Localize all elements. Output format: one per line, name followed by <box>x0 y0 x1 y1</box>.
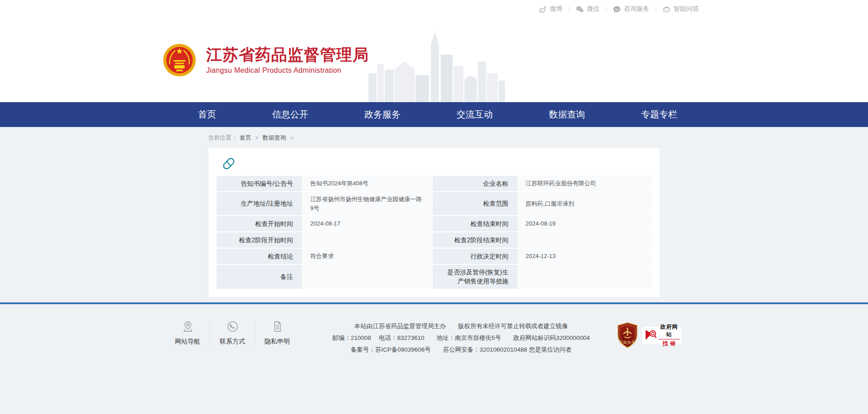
breadcrumb-home-link[interactable]: 首页 <box>240 134 251 141</box>
party-gov-badge-label: 党政机关 <box>619 340 636 344</box>
site-brand[interactable]: 江苏省药品监督管理局 Jiangsu Medical Products Admi… <box>163 43 369 77</box>
site-header: 江苏省药品监督管理局 Jiangsu Medical Products Admi… <box>0 18 868 102</box>
field-label: 检查结束时间 <box>433 216 517 231</box>
table-row: 告知书编号/公告号 告知书2024年第408号 企业名称 江苏联环药业股份有限公… <box>217 176 651 191</box>
field-value <box>303 265 432 289</box>
footer-info: 本站由江苏省药品监督管理局主办 版权所有未经许可禁止转载或者建立镜像 邮编：21… <box>289 320 633 356</box>
error-report-badge-title: 政府网站 <box>659 323 679 339</box>
location-pin-icon <box>182 320 194 333</box>
field-value <box>303 232 432 248</box>
footer-quick-links: 网站导航 联系方式 隐私申明 <box>165 320 299 346</box>
main-content: 当前位置：首页 > 数据查询 > 告知书编号/公告号 <box>0 127 868 297</box>
quick-link-label: 隐私申明 <box>264 338 290 346</box>
quick-link-label: 网站导航 <box>175 338 200 346</box>
field-value: 2024-08-19 <box>519 216 651 231</box>
table-row: 检查开始时间 2024-08-17 检查结束时间 2024-08-19 <box>217 216 651 231</box>
nav-item-interaction[interactable]: 交流互动 <box>457 108 493 121</box>
field-value: 江苏联环药业股份有限公司 <box>519 176 651 191</box>
field-label: 检查范围 <box>433 192 517 215</box>
wechat-icon <box>576 5 584 14</box>
party-gov-badge[interactable]: 党政机关 <box>617 322 638 348</box>
field-label: 企业名称 <box>433 176 517 191</box>
table-row: 检查2阶段开始时间 检查2阶段结束时间 <box>217 232 651 248</box>
field-label: 检查结论 <box>217 249 302 264</box>
main-nav: 首页 信息公开 政务服务 交流互动 数据查询 专题专栏 <box>0 102 868 127</box>
field-value: 2024-08-17 <box>303 216 432 231</box>
field-value: 江苏省扬州市扬州生物健康产业园健康一路9号 <box>303 192 432 215</box>
breadcrumb: 当前位置：首页 > 数据查询 > <box>208 127 660 147</box>
nav-item-home[interactable]: 首页 <box>198 108 216 121</box>
consult-service-label: 咨询服务 <box>624 5 649 13</box>
breadcrumb-separator: > <box>255 134 259 141</box>
chat-bubble-icon <box>613 5 621 14</box>
error-report-badge-subtitle: 找错 <box>659 339 679 348</box>
top-utility-bar: 微博 微信 咨询服务 智能问答 <box>0 0 868 18</box>
field-label: 是否涉及暂停(恢复)生产销售使用等措施 <box>433 265 517 289</box>
field-value: 2024-12-13 <box>519 249 651 264</box>
field-label: 告知书编号/公告号 <box>217 176 302 191</box>
nav-item-info-disclosure[interactable]: 信息公开 <box>272 108 308 121</box>
record-table: 告知书编号/公告号 告知书2024年第408号 企业名称 江苏联环药业股份有限公… <box>216 175 652 290</box>
field-value: 原料药,口服溶液剂 <box>519 192 651 215</box>
city-skyline-graphic <box>368 30 509 102</box>
field-label: 行政决定时间 <box>433 249 517 264</box>
wechat-link[interactable]: 微信 <box>569 5 606 14</box>
field-label: 生产地址/注册地址 <box>217 192 302 215</box>
footer-badges: 党政机关 政府网站 找错 <box>617 322 682 348</box>
field-label: 检查2阶段开始时间 <box>217 232 302 248</box>
table-row: 检查结论 符合要求 行政决定时间 2024-12-13 <box>217 249 651 264</box>
field-label: 检查2阶段结束时间 <box>433 232 517 248</box>
consult-service-link[interactable]: 咨询服务 <box>606 5 656 14</box>
site-footer: 网站导航 联系方式 隐私申明 本站由江苏省药品监督管理局主办 版权所有未经许可禁… <box>0 302 868 414</box>
smart-qa-label: 智能问答 <box>674 5 699 13</box>
footer-line3: 备案号：苏ICP备09039606号 苏公网安备：32010602010488 … <box>289 344 633 356</box>
breadcrumb-separator: > <box>290 134 293 141</box>
field-value: 告知书2024年第408号 <box>303 176 432 191</box>
smart-qa-link[interactable]: 智能问答 <box>656 5 705 14</box>
robot-icon <box>662 5 671 14</box>
inspection-record-card: 告知书编号/公告号 告知书2024年第408号 企业名称 江苏联环药业股份有限公… <box>208 147 660 297</box>
table-row: 备注 是否涉及暂停(恢复)生产销售使用等措施 <box>217 265 651 289</box>
quick-link-label: 联系方式 <box>220 338 245 346</box>
weibo-icon <box>538 5 547 14</box>
site-subtitle: Jiangsu Medical Products Administration <box>206 66 369 75</box>
field-value <box>519 265 651 289</box>
field-value <box>519 232 651 248</box>
nav-item-special-topics[interactable]: 专题专栏 <box>641 108 677 121</box>
breadcrumb-prefix: 当前位置： <box>208 134 237 141</box>
footer-line1: 本站由江苏省药品监督管理局主办 版权所有未经许可禁止转载或者建立镜像 <box>289 320 633 332</box>
document-icon <box>271 320 283 333</box>
phone-icon <box>226 320 239 333</box>
footer-line2: 邮编：210008 电话：83273610 地址：南京市鼓楼街5号 政府网站标识… <box>289 332 633 344</box>
weibo-link[interactable]: 微博 <box>532 5 569 14</box>
page: 微博 微信 咨询服务 智能问答 <box>0 0 868 414</box>
wechat-label: 微信 <box>587 5 599 13</box>
national-emblem-logo <box>163 43 196 77</box>
site-title: 江苏省药品监督管理局 <box>206 46 369 64</box>
field-label: 备注 <box>217 265 302 289</box>
nav-item-data-query[interactable]: 数据查询 <box>549 108 585 121</box>
contact-link[interactable]: 联系方式 <box>210 320 255 346</box>
site-map-link[interactable]: 网站导航 <box>165 320 210 346</box>
field-label: 检查开始时间 <box>217 216 302 231</box>
pill-icon <box>221 156 652 171</box>
weibo-label: 微博 <box>550 5 562 13</box>
nav-item-gov-services[interactable]: 政务服务 <box>364 108 401 121</box>
field-value: 符合要求 <box>303 249 432 264</box>
magnifier-flag-icon <box>644 329 658 342</box>
table-row: 生产地址/注册地址 江苏省扬州市扬州生物健康产业园健康一路9号 检查范围 原料药… <box>217 192 651 215</box>
site-error-report-badge[interactable]: 政府网站 找错 <box>642 326 682 344</box>
breadcrumb-section-link[interactable]: 数据查询 <box>263 134 286 141</box>
